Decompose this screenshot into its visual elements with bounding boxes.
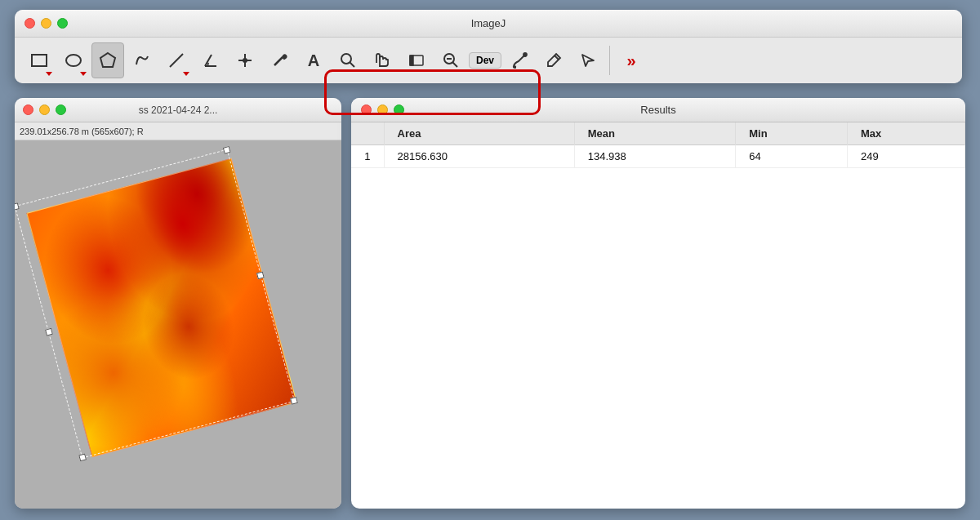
freehand-tool[interactable] — [126, 42, 158, 78]
svg-point-1 — [66, 55, 81, 66]
cell-max: 249 — [848, 145, 965, 168]
minimize-button[interactable] — [41, 18, 51, 29]
angle-tool[interactable] — [194, 42, 227, 78]
wand-tool[interactable] — [263, 42, 296, 78]
results-maximize-button[interactable] — [394, 104, 404, 115]
table-row: 1 28156.630 134.938 64 249 — [351, 145, 965, 168]
bottom-section: ss 2021-04-24 2... 239.01x256.78 m (565x… — [15, 98, 965, 509]
app-title: ImageJ — [471, 17, 506, 29]
col-max: Max — [848, 122, 965, 145]
image-close-button[interactable] — [23, 104, 33, 115]
svg-point-9 — [341, 54, 351, 64]
color-picker-tool[interactable] — [537, 42, 570, 78]
heatmap-bg — [15, 140, 319, 486]
rectangle-tool[interactable] — [23, 42, 56, 78]
results-window: Results Area Mean Min Max 1 28156.630 13… — [351, 98, 965, 509]
cell-area: 28156.630 — [384, 145, 574, 168]
maximize-button[interactable] — [57, 18, 68, 29]
svg-marker-2 — [100, 53, 115, 67]
handle-bottom-left[interactable] — [78, 453, 87, 461]
polygon-tool[interactable] — [91, 42, 124, 78]
point-tool[interactable] — [229, 42, 261, 78]
more-tools-icon: » — [626, 51, 635, 70]
close-button[interactable] — [24, 18, 35, 29]
image-info-bar: 239.01x256.78 m (565x607); R — [15, 122, 341, 140]
image-titlebar: ss 2021-04-24 2... — [15, 98, 341, 122]
svg-point-8 — [243, 59, 247, 62]
cell-index: 1 — [351, 145, 384, 168]
line-tool[interactable] — [160, 42, 193, 78]
col-mean: Mean — [574, 122, 736, 145]
svg-point-16 — [523, 53, 527, 56]
cell-min: 64 — [736, 145, 848, 168]
lut-tool[interactable] — [400, 42, 433, 78]
zoom-tool[interactable] — [434, 42, 467, 78]
arrow-tool[interactable] — [572, 42, 604, 78]
results-minimize-button[interactable] — [377, 104, 388, 115]
brush-tool[interactable] — [503, 42, 536, 78]
svg-line-14 — [453, 63, 458, 68]
cell-mean: 134.938 — [574, 145, 736, 168]
svg-rect-0 — [32, 55, 47, 66]
image-canvas — [15, 140, 341, 509]
results-table: Area Mean Min Max 1 28156.630 134.938 64… — [351, 122, 965, 168]
hand-tool[interactable] — [366, 42, 399, 78]
image-maximize-button[interactable] — [56, 104, 66, 115]
handle-top-left[interactable] — [15, 202, 20, 211]
col-area: Area — [384, 122, 574, 145]
heatmap-image — [26, 158, 296, 458]
image-window: ss 2021-04-24 2... 239.01x256.78 m (565x… — [15, 98, 341, 509]
handle-mid-left[interactable] — [45, 328, 53, 336]
handle-top-right[interactable] — [223, 146, 231, 154]
results-window-title: Results — [640, 104, 675, 116]
col-min: Min — [736, 122, 848, 145]
toolbar-separator — [609, 46, 610, 75]
magnify-tool[interactable] — [332, 42, 364, 78]
toolbar-titlebar: ImageJ — [15, 10, 962, 38]
text-tool[interactable]: A — [297, 42, 330, 78]
table-header-row: Area Mean Min Max — [351, 122, 965, 145]
results-table-container[interactable]: Area Mean Min Max 1 28156.630 134.938 64… — [351, 122, 965, 509]
dev-button[interactable]: Dev — [469, 52, 501, 69]
toolbar-window: ImageJ — [15, 10, 962, 83]
results-close-button[interactable] — [361, 104, 372, 115]
svg-line-3 — [170, 54, 183, 67]
results-traffic-lights — [361, 104, 404, 115]
results-titlebar: Results — [351, 98, 965, 122]
image-window-title: ss 2021-04-24 2... — [139, 104, 218, 116]
text-tool-label: A — [308, 51, 319, 70]
more-tools-button[interactable]: » — [615, 42, 648, 78]
toolbar-traffic-lights — [24, 18, 68, 29]
heatmap-container — [39, 157, 284, 459]
image-minimize-button[interactable] — [39, 104, 50, 115]
image-info-text: 239.01x256.78 m (565x607); R — [20, 127, 144, 136]
image-traffic-lights — [23, 104, 66, 115]
svg-line-10 — [350, 63, 355, 68]
col-index — [351, 122, 384, 145]
toolbar-body: A — [15, 38, 962, 83]
oval-tool[interactable] — [57, 42, 90, 78]
svg-rect-12 — [410, 56, 413, 65]
